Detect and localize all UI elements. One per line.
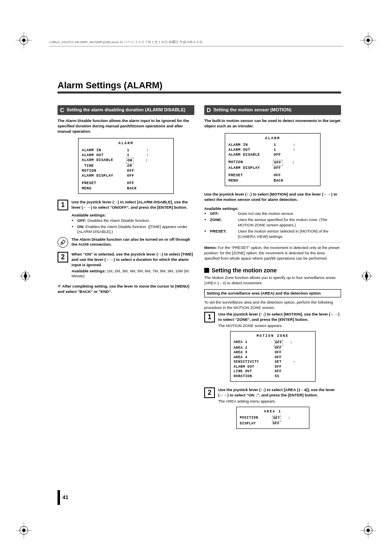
page-title: Alarm Settings (ALARM) (58, 80, 341, 91)
c-step1-text: Use the joystick lever (↑↓) to select [A… (71, 200, 188, 210)
c-note-text: The Alarm Disable function can also be t… (71, 237, 194, 247)
title-rule (58, 92, 341, 94)
motion-zone-subhead: Setting the motion zone (204, 267, 341, 274)
framed-para: To set the surveillance area and the det… (204, 300, 341, 311)
section-d-head: D Setting the motion sensor (MOTION) (204, 105, 341, 115)
section-c-head: C Setting the alarm disabling duration (… (58, 105, 194, 115)
c-step-2: 2 When "ON" is selected, use the joystic… (58, 252, 194, 279)
c-settings-list: OFF: Disables the Alarm Disable function… (71, 218, 194, 235)
section-c-letter: C (60, 107, 64, 113)
d-step-2: 2 Use the joystick lever (↑↓) to select … (204, 387, 341, 404)
d-settings-list: OFF:Does not use the motion sensor. ZONE… (204, 211, 341, 239)
c-step2-lead: When "ON" is selected, use the joystick … (71, 252, 194, 267)
c-note: The Alarm Disable function can also be t… (58, 237, 194, 248)
osd-area1-title: AREA 1 (240, 410, 306, 414)
section-d-letter: D (207, 107, 211, 113)
section-d-intro: The built-in motion sensor can be used t… (204, 118, 341, 129)
step-number-2b: 2 (204, 387, 215, 398)
osd-alarm-c: ALARM ALARM IN1 ↕ ALARM OUT1 ↕ ALARM DIS… (78, 138, 174, 193)
osd-c-title: ALARM (82, 141, 170, 146)
osd-motion-zone: MOTION ZONE AREA 1OFF ↕ AREA 2OFF AREA 3… (230, 331, 316, 382)
c-step-1: 1 Use the joystick lever (↑↓) to select … (58, 200, 194, 210)
column-right: D Setting the motion sensor (MOTION) The… (204, 105, 341, 435)
side-target-right (361, 270, 372, 283)
crop-mark-bottom-right (360, 522, 376, 539)
d-use-line: Use the joystick lever (↑↓) to select [M… (204, 192, 341, 203)
osd-alarm-d: ALARM ALARM IN1 ↕ ALARM OUT1 ↕ ALARM DIS… (225, 133, 321, 186)
crop-mark-top-right (360, 32, 376, 48)
osd-d-title: ALARM (228, 136, 317, 141)
d-step2-sub: The AREA setting menu appears. (218, 399, 341, 404)
d-memo: Memo: For the "PRESET" option, the movem… (204, 245, 341, 261)
pencil-icon (58, 237, 68, 248)
framed-subhead: Setting the surveillance area (AREA) and… (204, 289, 341, 297)
osd-area1: AREA 1 POSITIONSET ↕ DISPLAYOFF (236, 407, 309, 429)
step-number-1: 1 (58, 200, 68, 210)
section-c-intro: The Alarm Disable function allows the al… (58, 118, 194, 134)
section-d-title: Setting the motion sensor (MOTION) (213, 107, 291, 113)
print-header: LSBU2_XE(VCC-MC600P_MC500P)(GB).book 41 … (49, 40, 343, 46)
c-footnote: ☞ After completing setting, use the leve… (58, 284, 194, 295)
page-number-bar (58, 490, 60, 505)
motion-zone-para: The Motion Zone function allows you to s… (204, 275, 341, 286)
d-available-label: Available settings: (204, 206, 341, 211)
column-left: C Setting the alarm disabling duration (… (58, 105, 194, 435)
step-number-1b: 1 (204, 312, 215, 322)
section-c-title: Setting the alarm disabling duration (AL… (67, 107, 185, 113)
d-step-1: 1 Use the joystick lever (↑↓) to select … (204, 312, 341, 328)
d-step2-lead: Use the joystick lever (↑↓) to select [A… (218, 387, 341, 398)
d-step1-sub: The MOTION ZONE screen appears. (218, 323, 341, 329)
crop-mark-bottom-left (16, 522, 32, 539)
side-target-left (20, 270, 31, 283)
page-number: 41 (62, 494, 68, 500)
step-number-2: 2 (58, 252, 68, 263)
osd-mz-title: MOTION ZONE (234, 334, 312, 339)
dotted-divider (204, 242, 341, 243)
crop-mark-top-left (16, 32, 32, 48)
c-available-label: Available settings: (71, 213, 194, 217)
d-step1-lead: Use the joystick lever (↑↓) to select [M… (218, 312, 341, 322)
print-header-text: LSBU2_XE(VCC-MC600P_MC500P)(GB).book 41 … (49, 40, 203, 44)
square-icon (204, 268, 209, 273)
